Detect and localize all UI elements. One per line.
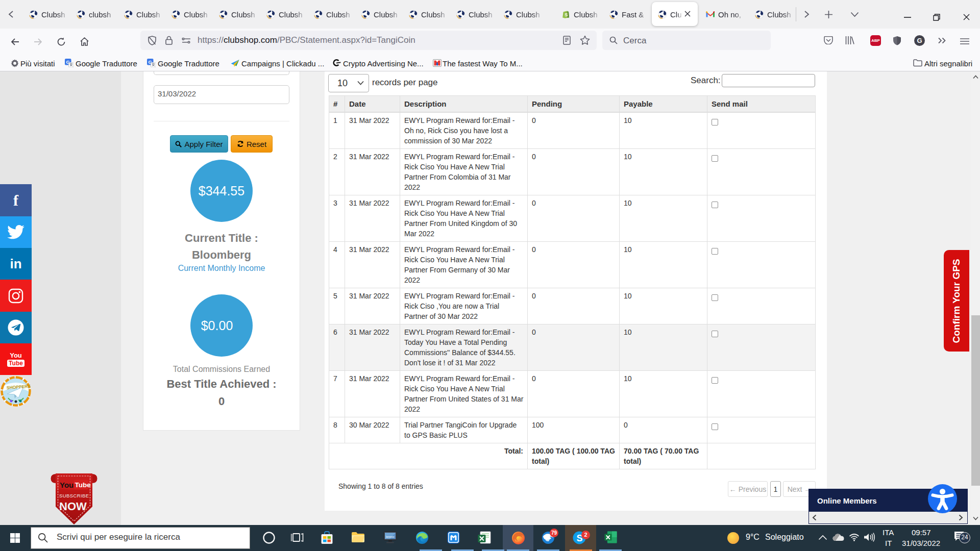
svg-text:Tube: Tube <box>75 481 91 489</box>
svg-text:You: You <box>60 481 74 489</box>
svg-text:lenovo: lenovo <box>386 535 394 538</box>
svg-text:SUBSCRIBE: SUBSCRIBE <box>59 493 89 498</box>
svg-text:NOW: NOW <box>59 500 87 513</box>
svg-text:S: S <box>565 12 568 17</box>
